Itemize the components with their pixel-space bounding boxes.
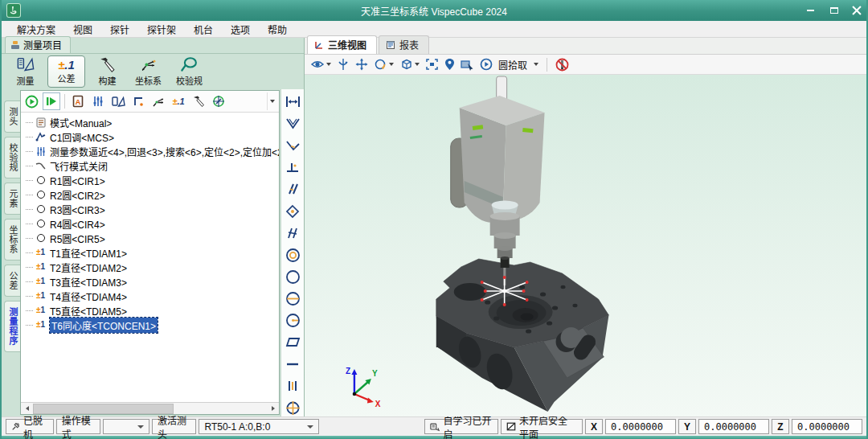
diameter-icon[interactable] [285, 290, 301, 307]
close-button[interactable] [852, 6, 862, 15]
select-box-icon [461, 59, 474, 71]
chevron-down-icon [137, 425, 144, 429]
program-mode-button[interactable]: A [69, 92, 87, 110]
tab-3d-view[interactable]: 三维视图 [307, 35, 377, 54]
maximize-button[interactable] [828, 5, 841, 16]
side-tab-coordinate[interactable]: 坐标系 [4, 219, 20, 261]
tree-row-cir4[interactable]: R4圆<CIR4> [26, 216, 279, 231]
collision-disabled-button[interactable] [555, 58, 569, 72]
side-tab-probe[interactable]: 测头 [4, 101, 20, 133]
ribbon-tolerance-button[interactable]: ±.1 公差 [47, 55, 85, 88]
tree-row-params[interactable]: 测量参数逼近<4>,回退<3>,搜索<6>,定位<2>,定位加<2>,测 [26, 144, 279, 158]
dropdown-caret [534, 63, 538, 66]
standard-views-button[interactable] [399, 58, 420, 71]
distance-icon[interactable] [285, 93, 301, 110]
toolbar-overflow-button[interactable] [267, 92, 277, 110]
measure-params-button[interactable] [89, 92, 107, 110]
probe-head [451, 76, 545, 285]
run-program-button[interactable] [23, 92, 40, 110]
element-button[interactable] [129, 92, 147, 110]
rotate-view-button[interactable] [337, 58, 350, 71]
menu-probe[interactable]: 探针 [101, 21, 138, 38]
parallelism-icon[interactable] [285, 181, 301, 198]
workpiece [436, 259, 609, 412]
menu-probe-rack[interactable]: 探针架 [138, 21, 185, 38]
tree-row-tdiam5[interactable]: ±1 T5直径<TDIAM5> [26, 303, 279, 318]
active-probe-select[interactable]: RT50-1 A:0,B:0 [199, 419, 319, 434]
perpendicularity-icon[interactable] [285, 159, 301, 176]
gauge-small-button[interactable] [210, 92, 227, 110]
tree-row-cir3[interactable]: R3圆<CIR3> [26, 202, 279, 216]
angularity-icon[interactable] [285, 224, 301, 241]
gauge-magnifier-icon [179, 56, 200, 73]
project-icon [10, 40, 20, 50]
angle-icon[interactable] [285, 137, 301, 154]
tree-row-tdiam2[interactable]: ±1 T2直径<TDIAM2> [26, 260, 279, 274]
ribbon-coordinate-button[interactable]: 坐标系 [129, 55, 167, 88]
operation-mode-select[interactable] [103, 419, 149, 434]
machine-offline-status: 已脱机 [6, 419, 54, 434]
circle-feature-icon [35, 232, 47, 244]
measure-item-button[interactable] [109, 92, 127, 110]
menu-solution[interactable]: 解决方案 [8, 21, 64, 38]
menu-options[interactable]: 选项 [222, 21, 259, 38]
fit-view-button[interactable] [425, 58, 439, 71]
ribbon-measure-button[interactable]: 测量 [6, 55, 44, 88]
selected-step: T6同心度<TCONCEN1> [50, 318, 158, 333]
radius-icon[interactable] [285, 312, 301, 329]
cone-angle-icon[interactable] [285, 115, 301, 132]
tab-report[interactable]: 报表 [379, 35, 429, 54]
menu-machine[interactable]: 机台 [185, 21, 222, 38]
construct-small-button[interactable] [190, 92, 207, 110]
tree-row-tdiam1[interactable]: ±1 T1直径<TDIAM1> [26, 245, 279, 260]
tree-row-mode[interactable]: 模式<Manual> [26, 115, 279, 129]
scrollbar-thumb[interactable] [33, 404, 174, 414]
hammer-icon [97, 56, 118, 73]
tree-row-recall[interactable]: C1回调<MCS> [26, 129, 279, 144]
side-tab-gauge[interactable]: 校验规 [4, 137, 20, 178]
auto-pick-button[interactable] [480, 58, 493, 71]
3d-viewport[interactable]: Z Y X [305, 75, 866, 416]
coord-z-value: 0.0000000 [792, 419, 862, 434]
orbit-icon [374, 58, 387, 71]
circle-feature-icon [35, 189, 47, 200]
tab-measure-project[interactable]: 测量项目 [5, 36, 71, 53]
tolerance-small-button[interactable]: ±.1 [170, 92, 187, 110]
ribbon-gauge-button[interactable]: 校验规 [170, 55, 208, 88]
tree-row-tdiam4[interactable]: ±1 T4直径<TDIAM4> [26, 289, 279, 303]
scroll-right-button[interactable] [267, 403, 279, 414]
side-tab-tolerance[interactable]: 公差 [4, 265, 20, 297]
orbit-view-button[interactable] [374, 58, 394, 71]
step-run-button[interactable] [43, 92, 60, 110]
plug-icon [11, 421, 20, 432]
recall-icon [35, 131, 47, 142]
ribbon-construct-button[interactable]: 构建 [88, 55, 126, 88]
menu-help[interactable]: 帮助 [259, 21, 296, 38]
coordinate-small-button[interactable] [149, 92, 167, 110]
tree-row-cir2[interactable]: R2圆<CIR2> [26, 187, 279, 202]
flatness-icon[interactable] [285, 334, 301, 351]
tree-row-fly-mode[interactable]: 飞行模式关闭 [26, 158, 279, 173]
pan-view-button[interactable] [355, 58, 368, 71]
menu-view[interactable]: 视图 [64, 21, 101, 38]
straightness-icon[interactable] [285, 356, 301, 373]
minimize-button[interactable] [804, 5, 817, 16]
concentricity-icon[interactable] [285, 247, 301, 264]
side-tab-measure-program[interactable]: 测量程序 [4, 301, 20, 352]
visibility-button[interactable] [310, 59, 331, 70]
tolerance-item-icon: ±1 [35, 261, 47, 273]
tree-row-cir5[interactable]: R5圆<CIR5> [26, 231, 279, 245]
window-bottom-edge [2, 436, 866, 439]
position-diamond-icon[interactable] [285, 203, 301, 220]
select-element-button[interactable] [461, 59, 474, 71]
locate-button[interactable] [444, 58, 455, 71]
symmetry-icon[interactable] [285, 378, 301, 395]
pick-mode-dropdown[interactable]: 圆拾取 [498, 58, 538, 72]
tree-row-cir1[interactable]: R1圆<CIR1> [26, 173, 279, 187]
true-position-icon[interactable] [285, 400, 301, 416]
tree-row-tdiam3[interactable]: ±1 T3直径<TDIAM3> [26, 274, 279, 289]
tree-horizontal-scrollbar[interactable] [21, 402, 279, 414]
tree-row-tconcen1[interactable]: ±1 T6同心度<TCONCEN1> [26, 318, 279, 332]
side-tab-element[interactable]: 元素 [4, 183, 20, 215]
roundness-icon[interactable] [285, 269, 301, 285]
